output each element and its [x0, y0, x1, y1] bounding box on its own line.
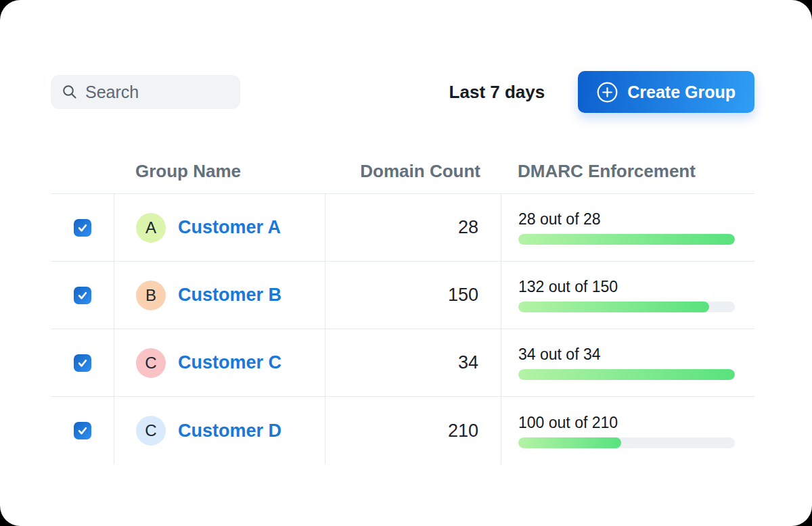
dmarc-cell: 132 out of 150 [501, 262, 754, 329]
create-group-label: Create Group [627, 82, 736, 102]
avatar-letter: B [145, 286, 156, 305]
domain-count-value: 34 [458, 352, 478, 373]
group-name-cell: C Customer C [114, 329, 325, 396]
row-checkbox[interactable] [74, 422, 91, 439]
avatar-letter: C [145, 354, 156, 373]
table-row: C Customer D 210 100 out of 210 [51, 397, 754, 464]
dmarc-cell: 100 out of 210 [501, 397, 754, 464]
checkmark-icon [76, 357, 89, 369]
select-cell [51, 397, 114, 464]
group-name-cell: B Customer B [114, 262, 325, 329]
progress-fill [518, 437, 621, 448]
group-name-link[interactable]: Customer D [178, 421, 281, 441]
create-group-button[interactable]: Create Group [578, 71, 754, 113]
progress-fill [518, 369, 735, 380]
search-icon [62, 84, 78, 100]
group-name-cell: C Customer D [114, 397, 325, 464]
group-name-link[interactable]: Customer C [178, 352, 281, 373]
group-name-link[interactable]: Customer B [178, 285, 281, 306]
select-cell [51, 329, 114, 396]
row-checkbox[interactable] [74, 354, 91, 372]
date-range-selector[interactable]: Last 7 days [449, 82, 545, 103]
dmarc-cell: 34 out of 34 [501, 329, 754, 396]
dmarc-cell: 28 out of 28 [501, 194, 754, 261]
select-cell [51, 194, 114, 261]
avatar: B [136, 281, 166, 310]
checkmark-icon [76, 289, 89, 302]
table-row: B Customer B 150 132 out of 150 [51, 262, 754, 329]
domain-count-value: 150 [448, 285, 478, 306]
avatar: C [136, 416, 166, 446]
column-header-dmarc-enforcement: DMARC Enforcement [501, 161, 754, 182]
enforcement-label: 132 out of 150 [518, 278, 618, 296]
main-content: Last 7 days Create Group Group Name Doma… [51, 0, 754, 464]
avatar: A [136, 213, 166, 243]
domain-count-cell: 28 [325, 194, 501, 261]
progress-bar [518, 437, 735, 448]
domain-count-cell: 210 [325, 397, 501, 464]
column-header-domain-count: Domain Count [325, 161, 501, 182]
table-row: C Customer C 34 34 out of 34 [51, 329, 754, 397]
row-checkbox[interactable] [74, 219, 91, 237]
progress-bar [518, 302, 735, 312]
progress-fill [518, 234, 735, 245]
domain-count-value: 210 [448, 421, 478, 441]
checkmark-icon [76, 222, 89, 234]
table-body: A Customer A 28 28 out of 28 B Cus [51, 194, 754, 464]
column-header-group-name: Group Name [114, 161, 325, 182]
progress-bar [518, 234, 735, 245]
progress-bar [518, 369, 735, 380]
enforcement-label: 28 out of 28 [518, 210, 601, 229]
enforcement-label: 34 out of 34 [518, 345, 601, 364]
toolbar: Last 7 days Create Group [51, 71, 754, 113]
card: Last 7 days Create Group Group Name Doma… [0, 0, 812, 526]
avatar: C [136, 348, 166, 378]
avatar-letter: A [145, 218, 156, 237]
group-name-link[interactable]: Customer A [178, 217, 281, 238]
domain-count-cell: 34 [325, 329, 501, 396]
domain-count-value: 28 [458, 217, 478, 238]
group-name-cell: A Customer A [114, 194, 325, 261]
select-cell [51, 262, 114, 329]
search-box[interactable] [51, 75, 240, 109]
table-header: Group Name Domain Count DMARC Enforcemen… [51, 149, 754, 194]
plus-circle-icon [597, 82, 618, 103]
checkmark-icon [76, 425, 89, 437]
table-row: A Customer A 28 28 out of 28 [51, 194, 754, 262]
groups-table: Group Name Domain Count DMARC Enforcemen… [51, 149, 754, 464]
search-input[interactable] [85, 82, 231, 102]
avatar-letter: C [145, 421, 156, 440]
row-checkbox[interactable] [74, 287, 91, 304]
enforcement-label: 100 out of 210 [518, 414, 618, 432]
domain-count-cell: 150 [325, 262, 501, 329]
progress-fill [518, 302, 709, 312]
